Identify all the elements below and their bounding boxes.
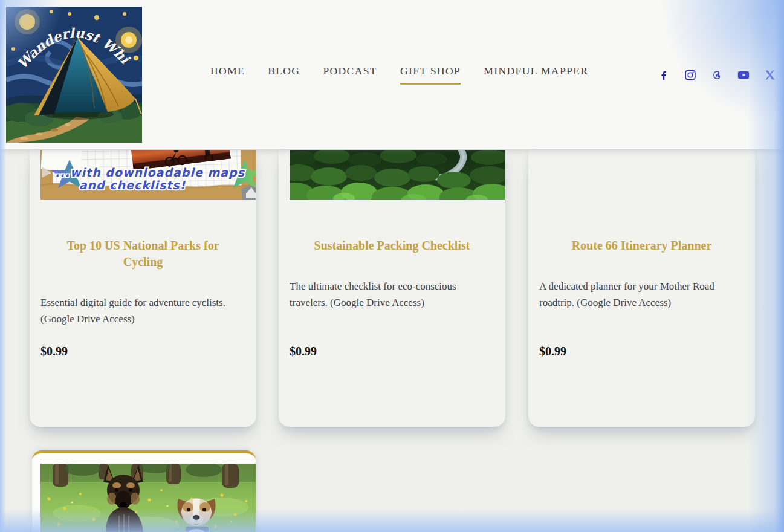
nav-item-gift-shop[interactable]: GIFT SHOP [400,65,461,85]
product-image-two-dogs-park [40,464,256,532]
youtube-icon[interactable] [737,69,750,81]
main-nav: HOME BLOG PODCAST GIFT SHOP MINDFUL MAPP… [210,65,588,85]
collage-caption-line2: and checklists! [79,178,186,192]
product-title: Route 66 Itinerary Planner [528,238,755,254]
nav-item-home[interactable]: HOME [210,65,245,85]
product-price: $0.99 [290,345,317,358]
collage-caption-line1: ...with downloadable maps [55,166,245,179]
product-title: Top 10 US National Parks for Cycling [30,238,256,270]
product-description: The ultimate checklist for eco-conscious… [279,278,505,311]
product-description: Essential digital guide for adventure cy… [30,294,256,327]
site-header: Wanderlust Whispers HOME BLOG PODCAST GI… [0,0,784,149]
product-title: Sustainable Packing Checklist [279,238,505,254]
product-description: A dedicated planner for your Mother Road… [528,278,755,311]
facebook-icon[interactable] [658,69,670,81]
social-links [658,69,776,81]
threads-icon[interactable] [711,69,723,81]
product-card-featured-dogs[interactable] [32,450,256,532]
x-icon[interactable] [764,69,776,81]
product-card-cycling-guide[interactable]: ...with downloadable maps and checklists… [30,150,256,427]
nav-item-blog[interactable]: BLOG [268,65,300,85]
product-image-placeholder [539,150,754,199]
site-logo[interactable]: Wanderlust Whispers [6,7,142,143]
product-price: $0.99 [40,345,68,358]
instagram-icon[interactable] [684,69,696,81]
product-card-route-66-planner[interactable]: Route 66 Itinerary Planner A dedicated p… [528,150,755,427]
logo-tent-painting: Wanderlust Whispers [6,7,142,143]
product-image-forest-canopy [290,150,505,199]
nav-item-mindful-mapper[interactable]: MINDFUL MAPPER [484,65,588,85]
product-image-cycling-collage: ...with downloadable maps and checklists… [40,150,256,199]
product-price: $0.99 [539,345,566,358]
product-card-packing-checklist[interactable]: Sustainable Packing Checklist The ultima… [279,150,505,427]
nav-item-podcast[interactable]: PODCAST [323,65,377,85]
